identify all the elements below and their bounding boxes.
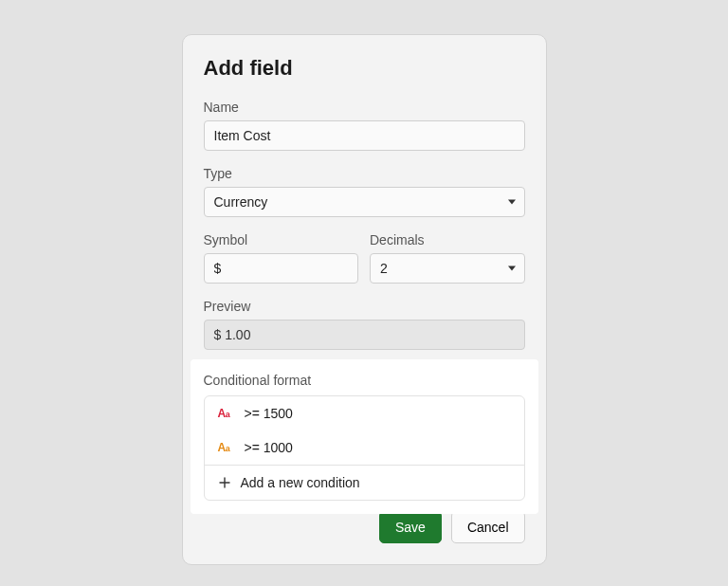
conditional-rule-text: >= 1500 <box>245 406 293 421</box>
name-input[interactable] <box>204 120 525 151</box>
decimals-label: Decimals <box>370 232 525 247</box>
decimals-field-group: Decimals <box>370 232 525 284</box>
symbol-label: Symbol <box>204 232 359 247</box>
preview-field-group: Preview $ 1.00 <box>204 299 525 350</box>
text-color-icon: Aa <box>218 407 235 420</box>
type-select[interactable] <box>204 187 525 217</box>
type-field-group: Type <box>204 166 525 217</box>
conditional-rule[interactable]: Aa >= 1500 <box>205 396 524 430</box>
name-field-group: Name <box>204 100 525 151</box>
name-label: Name <box>204 100 525 115</box>
dialog-footer: Save Cancel <box>204 511 525 543</box>
conditional-format-panel: Conditional format Aa >= 1500 Aa >= 1000… <box>191 359 538 514</box>
save-button[interactable]: Save <box>379 511 442 543</box>
cancel-button[interactable]: Cancel <box>451 511 525 543</box>
decimals-select[interactable] <box>370 253 525 284</box>
conditional-rules-list: Aa >= 1500 Aa >= 1000 Add a new conditio… <box>204 395 525 501</box>
add-condition-label: Add a new condition <box>241 475 360 490</box>
plus-icon <box>218 476 231 489</box>
type-label: Type <box>204 166 525 181</box>
dialog-title: Add field <box>204 56 525 81</box>
symbol-field-group: Symbol <box>204 232 359 284</box>
conditional-rule[interactable]: Aa >= 1000 <box>205 430 524 465</box>
conditional-rule-text: >= 1000 <box>245 440 293 455</box>
symbol-decimals-row: Symbol Decimals <box>204 232 525 284</box>
symbol-input[interactable] <box>204 253 359 284</box>
conditional-format-label: Conditional format <box>204 373 525 388</box>
text-color-icon: Aa <box>218 441 235 454</box>
preview-label: Preview <box>204 299 525 314</box>
add-condition-button[interactable]: Add a new condition <box>205 466 524 500</box>
add-field-dialog: Add field Name Type Symbol Decimals Prev… <box>182 34 547 565</box>
preview-value: $ 1.00 <box>204 320 525 350</box>
